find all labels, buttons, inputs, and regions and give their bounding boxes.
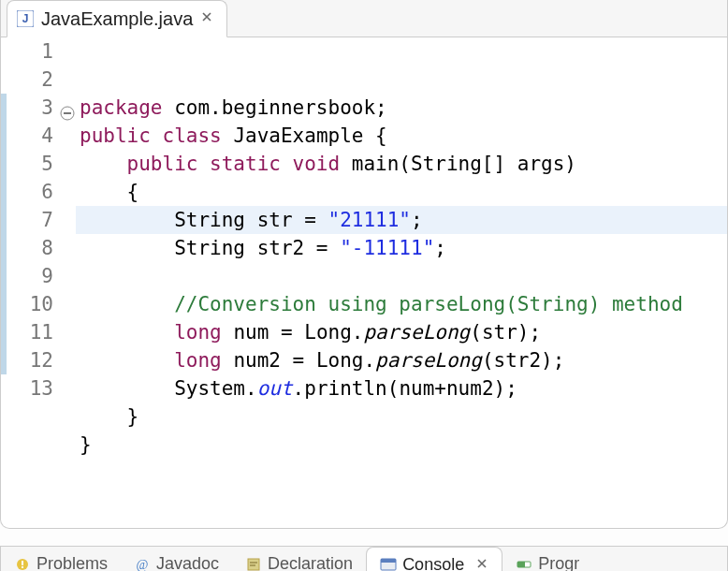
tab-label: Progr [538,554,579,571]
bottom-panel: Problems @ Javadoc Declaration Console [0,546,728,571]
java-file-icon: J [17,10,34,27]
line-number: 10 [7,290,55,318]
code-line[interactable]: long num2 = Long.parseLong(str2); [80,346,727,374]
editor-tab-bar: J JavaExample.java [1,0,727,37]
tab-label: Javadoc [156,554,219,571]
tab-javadoc[interactable]: @ Javadoc [121,547,232,571]
line-number: 13 [7,374,55,403]
code-line[interactable]: public static void main(String[] args) [80,150,727,178]
tab-progress[interactable]: Progr [502,547,592,571]
code-line[interactable]: String str2 = "-11111"; [80,234,727,262]
progress-icon [516,556,532,572]
line-number-gutter: 12345678910111213 [7,37,59,515]
svg-text:J: J [22,12,29,25]
close-icon[interactable] [475,555,488,572]
svg-text:@: @ [137,558,149,572]
line-number: 6 [7,178,55,206]
line-number: 11 [7,318,55,346]
line-number: 4 [7,122,55,150]
problems-icon [14,556,31,572]
code-line[interactable] [80,262,727,290]
close-icon[interactable] [200,10,213,27]
code-line[interactable]: //Conversion using parseLong(String) met… [80,290,727,318]
fold-toggle-icon[interactable] [60,100,75,115]
svg-rect-3 [64,112,71,114]
javadoc-icon: @ [134,556,151,572]
code-line[interactable]: long num = Long.parseLong(str); [80,318,727,346]
svg-rect-6 [22,566,23,568]
line-number: 3 [7,94,55,122]
code-line[interactable]: public class JavaExample { [80,122,727,150]
svg-rect-12 [517,562,525,567]
line-number: 2 [7,66,55,94]
tab-label: Declaration [268,554,353,571]
svg-rect-10 [381,559,396,563]
tab-problems[interactable]: Problems [1,547,121,571]
console-icon [380,556,397,571]
editor-tab-label: JavaExample.java [41,8,193,30]
code-line[interactable]: } [80,403,727,431]
line-number: 9 [7,262,55,290]
code-line[interactable]: } [80,431,727,459]
code-line[interactable]: String str = "21111"; [80,206,727,234]
line-number: 12 [7,346,55,374]
code-line[interactable]: System.out.println(num+num2); [80,374,727,403]
tab-console[interactable]: Console [366,547,502,571]
tab-declaration[interactable]: Declaration [232,547,366,571]
declaration-icon [245,556,262,572]
editor-pane: J JavaExample.java 12345678910111213 pac… [0,0,728,529]
line-number: 5 [7,150,55,178]
code-line[interactable]: { [80,178,727,206]
svg-rect-8 [248,559,259,570]
fold-strip [59,37,76,515]
editor-tab[interactable]: J JavaExample.java [7,0,227,37]
code-line[interactable]: package com.beginnersbook; [80,94,727,122]
tab-label: Problems [36,554,108,571]
svg-rect-5 [22,561,23,565]
tab-label: Console [402,555,464,572]
line-number: 7 [7,206,55,234]
code-text[interactable]: package com.beginnersbook;public class J… [76,37,727,515]
line-number: 8 [7,234,55,262]
code-area[interactable]: 12345678910111213 package com.beginnersb… [1,37,727,528]
line-number: 1 [7,37,55,66]
bottom-tab-bar: Problems @ Javadoc Declaration Console [1,547,727,571]
